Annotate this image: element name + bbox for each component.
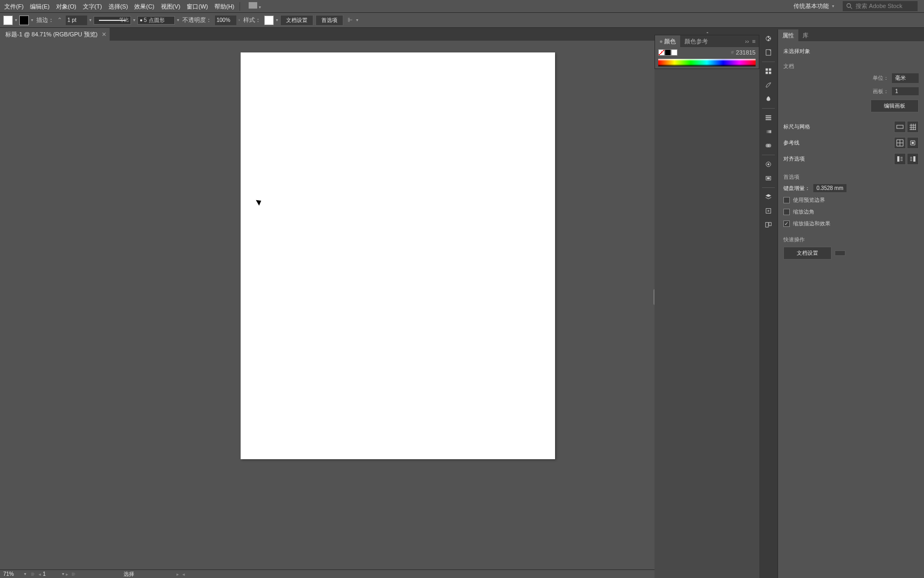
chevron-down-icon[interactable]: ▾ [24, 572, 26, 576]
color-spectrum[interactable] [658, 59, 756, 66]
chevron-down-icon[interactable]: ▾ [31, 18, 33, 22]
stroke-panel-icon[interactable] [761, 111, 776, 125]
scale-strokes-checkbox[interactable]: 缩放描边和效果 [783, 220, 919, 227]
snap-point-toggle[interactable] [907, 153, 919, 165]
svg-point-16 [767, 144, 771, 148]
artboards-icon[interactable] [761, 218, 776, 232]
tab-color-guide[interactable]: 颜色参考 [680, 35, 712, 47]
chevron-down-icon[interactable]: ▾ [356, 18, 358, 22]
document-setup-button[interactable]: 文档设置 [280, 15, 313, 26]
swatches-icon[interactable] [761, 64, 776, 78]
opacity-input[interactable] [215, 16, 236, 25]
chevron-down-icon[interactable]: ▾ [15, 18, 17, 22]
menu-select[interactable]: 选择(S) [105, 0, 132, 13]
stepper-icon[interactable]: ⌃ [57, 16, 64, 25]
menu-edit[interactable]: 编辑(E) [27, 0, 53, 13]
play-icon[interactable]: ▸ [175, 572, 181, 577]
swatch-white[interactable] [671, 49, 677, 56]
svg-point-3 [768, 36, 769, 38]
more-actions-button[interactable] [835, 250, 845, 256]
color-themes-icon[interactable] [761, 32, 776, 45]
menu-file[interactable]: 文件(F) [1, 0, 27, 13]
appearance-icon[interactable] [761, 157, 776, 171]
guides-toggle[interactable] [894, 137, 906, 149]
next-artboard-button[interactable]: ▸ [64, 572, 70, 577]
panel-grip[interactable]: •• [654, 29, 759, 35]
edit-artboard-button[interactable]: 编辑画板 [871, 100, 919, 112]
ruler-toggle[interactable] [894, 121, 906, 133]
search-placeholder: 搜索 Adobe Stock [856, 2, 902, 10]
svg-rect-10 [769, 72, 771, 74]
symbols-icon[interactable] [761, 92, 776, 106]
key-increment-label: 键盘增量： [783, 185, 810, 192]
tab-color[interactable]: ●颜色 [655, 35, 680, 47]
style-swatch[interactable] [264, 16, 274, 25]
menubar: 文件(F) 编辑(E) 对象(O) 文字(T) 选择(S) 效果(C) 视图(V… [0, 0, 924, 13]
workspace-selector[interactable]: 传统基本功能 ▾ [789, 1, 838, 11]
menu-text[interactable]: 文字(T) [80, 0, 105, 13]
tab-libraries[interactable]: 库 [798, 29, 813, 41]
artboard-count[interactable]: 1 [892, 87, 919, 95]
zoom-input[interactable] [3, 571, 22, 577]
brush-preview[interactable]: 5 点圆形 [137, 16, 175, 25]
layout-toggle[interactable]: ▾ [242, 0, 264, 13]
align-icon[interactable]: ⊩ [348, 16, 354, 25]
unit-select[interactable]: 毫米 [892, 73, 919, 83]
canvas-area[interactable] [0, 41, 654, 569]
menu-window[interactable]: 窗口(W) [183, 0, 211, 13]
menu-view[interactable]: 视图(V) [158, 0, 184, 13]
artboard[interactable] [241, 52, 555, 459]
key-increment-input[interactable]: 0.3528 mm [813, 184, 846, 192]
hex-value[interactable]: # 231815 [731, 49, 756, 56]
fill-swatch[interactable] [3, 16, 13, 25]
gradient-icon[interactable] [761, 125, 776, 139]
layers-icon[interactable] [761, 190, 776, 204]
chevron-down-icon[interactable]: ▾ [276, 18, 278, 22]
document-icon[interactable] [761, 45, 776, 59]
close-icon[interactable]: × [102, 30, 106, 39]
snap-pixel-toggle[interactable] [894, 153, 906, 165]
asset-export-icon[interactable] [761, 204, 776, 218]
swatch-none[interactable] [658, 49, 665, 56]
tab-properties[interactable]: 属性 [778, 29, 798, 41]
icon-dock [759, 29, 777, 578]
brushes-icon[interactable] [761, 78, 776, 92]
transparency-icon[interactable] [761, 139, 776, 153]
cursor-icon [256, 198, 263, 206]
artboard-label: 画板： [864, 88, 889, 95]
last-artboard-button[interactable]: ⊪ [70, 572, 78, 577]
artboard-number-input[interactable] [43, 571, 62, 577]
menu-object[interactable]: 对象(O) [53, 0, 80, 13]
stroke-swatch[interactable] [19, 16, 29, 25]
graphic-styles-icon[interactable] [761, 171, 776, 185]
chevron-down-icon[interactable]: ▾ [133, 18, 135, 22]
checkbox-icon [783, 197, 790, 203]
stroke-profile[interactable]: 等比 [94, 16, 131, 25]
document-tab[interactable]: 标题-1 @ 84.71% (RGB/GPU 预览) × [0, 28, 110, 41]
expand-icon[interactable]: › [238, 18, 240, 22]
stroke-weight-input[interactable] [66, 16, 87, 25]
unit-label: 单位： [864, 74, 889, 82]
menu-help[interactable]: 帮助(H) [211, 0, 237, 13]
tab-title: 标题-1 @ 84.71% (RGB/GPU 预览) [5, 31, 98, 39]
preferences-button[interactable]: 首选项 [315, 15, 343, 26]
collapse-icon[interactable]: ◂ [181, 572, 187, 577]
prev-artboard-button[interactable]: ◂ [37, 572, 43, 577]
workspace-label: 传统基本功能 [794, 2, 829, 10]
menu-effect[interactable]: 效果(C) [131, 0, 157, 13]
doc-setup-quick-button[interactable]: 文档设置 [783, 247, 831, 260]
guides-lock[interactable] [907, 137, 919, 149]
first-artboard-button[interactable]: ⊪ [29, 572, 37, 577]
search-input[interactable]: 搜索 Adobe Stock [843, 1, 918, 11]
scale-corners-checkbox[interactable]: 缩放边角 [783, 208, 919, 216]
swatch-black[interactable] [665, 49, 671, 56]
collapse-icon[interactable]: ›› [745, 38, 749, 44]
menu-icon[interactable]: ≡ [752, 38, 756, 44]
preview-bounds-checkbox[interactable]: 使用预览边界 [783, 196, 919, 204]
properties-panel: 属性 库 未选择对象 文档 单位： 毫米 画板： 1 编辑画板 标尺与网格 [777, 29, 924, 578]
grid-toggle[interactable] [907, 121, 919, 133]
chevron-down-icon[interactable]: ▾ [89, 18, 91, 22]
chevron-down-icon[interactable]: ▾ [177, 18, 179, 22]
svg-rect-23 [769, 223, 771, 226]
chevron-down-icon: ▾ [832, 4, 834, 9]
